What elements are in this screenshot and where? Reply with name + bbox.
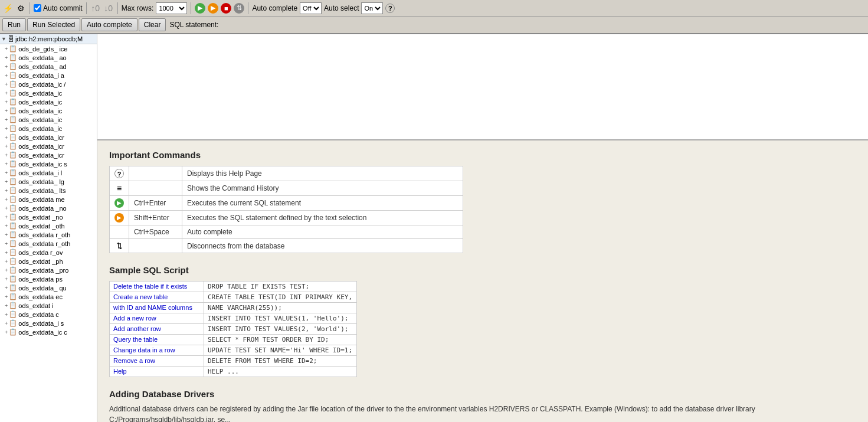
auto-complete-select[interactable]: Off On [300,2,322,14]
sidebar-item[interactable]: +📋ods_extdata_ic [0,106,97,115]
sidebar-item[interactable]: +📋ods_extdata_ic [0,115,97,124]
sample-code: NAME VARCHAR(255)); [204,303,357,313]
sample-desc[interactable]: Query the table [110,335,204,345]
sidebar-item[interactable]: +📋ods_extdata_ic c [0,328,97,336]
sidebar-item[interactable]: +📋ods_extdata_ic / [0,80,97,89]
db-connection-header[interactable]: ▼ 🗄 jdbc:h2:mem:pbocdb;M [0,34,97,44]
cmd-desc-cell: Disconnects from the database [182,239,463,253]
cmd-icon-cell: ≡ [110,181,129,196]
sidebar-item[interactable]: +📋ods_extdata_ qu [0,283,97,292]
command-row: ⇅ Disconnects from the database [110,239,463,253]
sample-desc[interactable]: Help [110,367,204,377]
sidebar-item[interactable]: +📋ods_extdata_ ao [0,53,97,62]
sample-sql-table: Delete the table if it exists DROP TABLE… [109,281,357,377]
sidebar-item[interactable]: +📋ods_extdata_icr [0,133,97,142]
sidebar-item[interactable]: +📋ods_extdata_ ad [0,62,97,71]
sidebar-item[interactable]: +📋ods_extdata _no [0,204,97,212]
sidebar-item-label: ods_de_gds_ ice [18,45,67,53]
settings-icon[interactable]: ⚙ [15,3,26,14]
help-toolbar-icon[interactable]: ? [385,4,395,13]
disconnect-btn-icon[interactable]: ⇅ [234,3,244,14]
commit-icon[interactable]: ↑0 [90,3,101,14]
sidebar-item-label: ods_extdata_icr [18,143,64,150]
cmd-icon-cell [110,225,129,239]
sidebar-item[interactable]: +📋ods_extdata_icr [0,142,97,151]
sidebar-item[interactable]: +📋ods_extdat i [0,301,97,310]
help-icon[interactable]: ? [114,169,124,178]
table-icon: 📋 [9,45,17,53]
sidebar-item[interactable]: +📋ods_extdata_icr [0,151,97,159]
max-rows-select[interactable]: 1000 100 500 5000 10000 [156,2,187,14]
sample-desc[interactable]: with ID and NAME columns [110,303,204,313]
sidebar-item[interactable]: +📋ods_extdata r_oth [0,239,97,248]
sidebar-item[interactable]: +📋ods_extdata_ic [0,89,97,97]
separator3 [117,2,118,14]
sql-editor[interactable] [97,34,868,140]
sample-code: INSERT INTO TEST VALUES(2, 'World'); [204,324,357,335]
auto-select-select[interactable]: On Off [361,2,383,14]
table-icon: 📋 [9,116,17,123]
sidebar-item-label: ods_extdata_icr [18,152,64,159]
sidebar-item[interactable]: +📋ods_extdat _no [0,212,97,221]
cmd-icon-cell: ? [110,166,129,181]
cmd-key-cell: Shift+Enter [129,211,182,225]
run-icon[interactable]: ▶ [114,198,124,208]
sidebar-item[interactable]: +📋ods_extda r_ov [0,248,97,257]
sidebar-item[interactable]: +📋ods_de_gds_ ice [0,44,97,53]
sidebar-item[interactable]: +📋ods_extdata ps [0,274,97,283]
clear-button[interactable]: Clear [139,18,166,31]
sql-toolbar: Run Run Selected Auto complete Clear SQL… [0,17,868,34]
sql-statement-label: SQL statement: [169,21,218,29]
sidebar-item[interactable]: +📋ods_extdata_i l [0,168,97,177]
table-icon: 📋 [9,195,17,203]
run-button[interactable]: Run [2,18,26,31]
sidebar-item[interactable]: +📋ods_extdata r_oth [0,230,97,239]
sidebar-item[interactable]: +📋ods_extdata_ lts [0,186,97,195]
stop-btn-icon[interactable]: ■ [221,3,231,14]
cmd-icon-cell: ▶ [110,211,129,225]
run-btn-icon[interactable]: ▶ [195,3,205,14]
sample-sql-row: Delete the table if it exists DROP TABLE… [110,282,357,292]
item-expand-icon: + [5,232,8,238]
sidebar-item[interactable]: +📋ods_extdata_i s [0,319,97,328]
run-selected-icon[interactable]: ▶ [114,213,124,223]
item-expand-icon: + [5,205,8,211]
sidebar-item[interactable]: +📋ods_extdata_ic s [0,159,97,168]
rollback-icon[interactable]: ↓0 [103,3,114,14]
connect-icon[interactable]: ⚡ [2,3,13,14]
table-icon: 📋 [9,266,17,274]
run-selected-btn-icon[interactable]: ▶ [208,3,218,14]
sidebar-item[interactable]: +📋ods_extdata me [0,195,97,204]
sidebar-item[interactable]: +📋ods_extdata_i a [0,71,97,80]
table-icon: 📋 [9,213,17,221]
sidebar-item[interactable]: +📋ods_extdata c [0,310,97,319]
item-expand-icon: + [5,161,8,167]
auto-commit-label[interactable]: Auto commit [34,4,83,12]
sample-desc[interactable]: Delete the table if it exists [110,282,204,292]
sidebar-item[interactable]: +📋ods_extdata ec [0,292,97,301]
sample-desc[interactable]: Change data in a row [110,345,204,356]
sidebar-item[interactable]: +📋ods_extdata _pro [0,266,97,274]
auto-complete-button[interactable]: Auto complete [81,18,137,31]
sample-desc[interactable]: Add a new row [110,313,204,324]
auto-commit-checkbox[interactable] [34,4,41,12]
command-row: ≡ Shows the Command History [110,181,463,196]
sidebar-item[interactable]: +📋ods_extdat _oth [0,221,97,230]
sidebar-item[interactable]: +📋ods_extdata_ic [0,97,97,106]
sample-desc[interactable]: Add another row [110,324,204,335]
sample-desc[interactable]: Remove a row [110,356,204,367]
item-expand-icon: + [5,285,8,291]
sidebar-item[interactable]: +📋ods_extdata_ lg [0,177,97,186]
cmd-icon-cell: ⇅ [110,239,129,253]
table-icon: 📋 [9,63,17,70]
sample-sql-row: Query the table SELECT * FROM TEST ORDER… [110,335,357,345]
item-expand-icon: + [5,197,8,202]
sidebar-item-label: ods_extdata_ic [18,99,62,106]
sample-desc[interactable]: Create a new table [110,292,204,303]
sidebar-item[interactable]: +📋ods_extdat _ph [0,257,97,266]
sidebar-item[interactable]: +📋ods_extdata_ic [0,124,97,133]
table-icon: 📋 [9,187,17,194]
sidebar-item-label: ods_extdata_ ad [18,63,66,70]
run-selected-button[interactable]: Run Selected [27,18,80,31]
command-row: ▶ Shift+Enter Executes the SQL statement… [110,211,463,225]
